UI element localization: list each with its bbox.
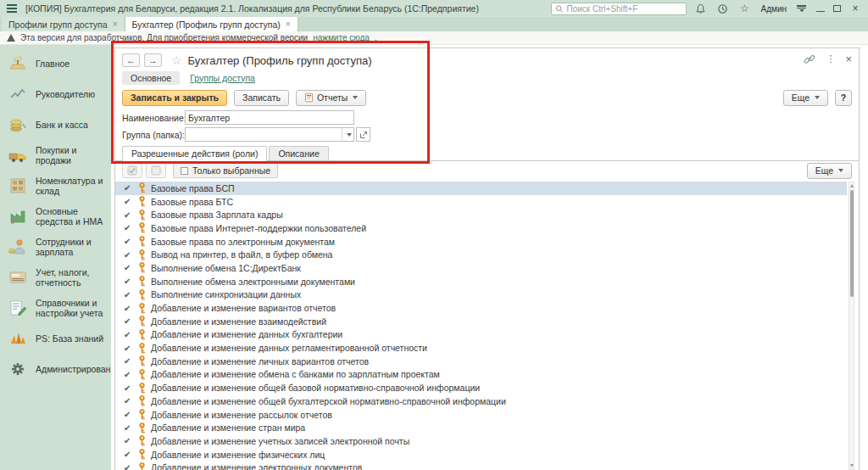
more-actions-kebab-icon[interactable]: ⋮ [826, 53, 835, 64]
role-row[interactable]: ✔ Добавление и изменение физических лиц [115, 448, 847, 462]
back-icon[interactable]: ← [122, 53, 140, 67]
key-icon [138, 383, 146, 394]
role-row[interactable]: ✔ Добавление и изменение взаимодействий [115, 315, 847, 328]
sidebar-item-rukovoditelyu[interactable]: Руководителю [0, 79, 111, 109]
scroll-up-icon[interactable] [850, 184, 854, 187]
key-icon [138, 236, 146, 247]
sidebar-item-osnovnye-sredstva[interactable]: Основные средства и НМА [0, 201, 111, 232]
history-icon[interactable] [715, 2, 731, 15]
favorites-star-icon[interactable]: ☆ [737, 2, 753, 15]
key-icon [138, 276, 146, 287]
role-row[interactable]: ✔ Добавление и изменение учетных записей… [115, 434, 847, 448]
save-and-close-button[interactable]: Записать и закрыть [122, 90, 227, 106]
sidebar-item-sotrudniki-zarplata[interactable]: Сотрудники и зарплата [0, 232, 111, 262]
role-row[interactable]: ✔ Базовые права БСП [115, 182, 847, 195]
role-row[interactable]: ✔ Добавление и изменение рассылок отчето… [115, 408, 847, 422]
name-input[interactable] [185, 110, 354, 125]
tab-gruppy-dostupa[interactable]: Группы доступа [190, 73, 255, 83]
check-icon: ✔ [124, 410, 133, 419]
sidebar-item-glavnoe[interactable]: Главное [0, 48, 111, 79]
role-label: Добавление и изменение общей бухгалтерск… [151, 396, 506, 406]
role-label: Базовые права Зарплата кадры [151, 210, 283, 220]
more-button[interactable]: Еще [783, 90, 828, 106]
sidebar-item-nomenklatura-sklad[interactable]: Номенклатура и склад [0, 171, 111, 201]
check-all-button[interactable] [122, 163, 142, 178]
tab-accountant-profile[interactable]: Бухгалтер (Профиль групп доступа) × [125, 17, 298, 31]
scroll-down-icon[interactable] [850, 464, 854, 467]
role-row[interactable]: ✔ Базовые права Интернет-поддержки польз… [115, 221, 847, 235]
search-input[interactable] [566, 4, 682, 14]
help-button[interactable]: ? [835, 90, 852, 106]
role-row[interactable]: ✔ Добавление и изменение вариантов отчет… [115, 301, 847, 315]
form-command-bar: Записать и закрыть Записать Отчеты Еще ? [115, 87, 859, 109]
get-link-icon[interactable] [804, 53, 815, 65]
check-icon: ✔ [124, 290, 133, 299]
trend-chart-icon [7, 85, 29, 104]
notifications-bell-icon[interactable] [693, 2, 709, 15]
minimize-button[interactable] [815, 3, 826, 14]
role-row[interactable]: ✔ Добавление и изменение общей бухгалтер… [115, 394, 847, 408]
role-row[interactable]: ✔ Базовые права Зарплата кадры [115, 208, 847, 221]
main-menu-icon[interactable] [5, 3, 19, 14]
key-icon [138, 329, 146, 340]
role-row[interactable]: ✔ Вывод на принтер, в файл, в буфер обме… [115, 248, 847, 261]
role-row[interactable]: ✔ Добавление и изменение электронных док… [115, 461, 847, 470]
open-list-icon[interactable] [356, 127, 370, 142]
role-row[interactable]: ✔ Добавление и изменение данных регламен… [115, 341, 847, 355]
check-icon: ✔ [124, 356, 133, 366]
open-windows-tabbar: Профили групп доступа × Бухгалтер (Профи… [0, 17, 868, 31]
role-label: Базовые права по электронным документам [151, 237, 335, 247]
forward-icon[interactable]: → [144, 53, 162, 67]
role-row[interactable]: ✔ Добавление и изменение обмена с банкам… [115, 368, 847, 382]
role-row[interactable]: ✔ Выполнение синхронизации данных [115, 288, 847, 302]
restore-button[interactable] [833, 5, 841, 12]
role-row[interactable]: ✔ Добавление и изменение данных бухгалте… [115, 328, 847, 342]
role-row[interactable]: ✔ Добавление и изменение общей базовой н… [115, 381, 847, 394]
sidebar-item-administrirovanie[interactable]: Администрирование [0, 354, 111, 384]
uncheck-all-button[interactable] [146, 163, 166, 178]
sidebar-item-label: PS: База знаний [36, 333, 103, 344]
key-icon [138, 369, 146, 380]
gear-icon [7, 360, 29, 378]
roles-scrollbar[interactable] [849, 182, 854, 470]
sidebar-item-pokupki-prodazhi[interactable]: Покупки и продажи [0, 140, 111, 171]
sidebar-item-label: Учет, налоги, отчетность [36, 267, 108, 288]
list-more-button[interactable]: Еще [807, 163, 852, 179]
role-row[interactable]: ✔ Добавление и изменение личных варианто… [115, 355, 847, 368]
tab-osnovnoe[interactable]: Основное [122, 71, 180, 85]
tab-description[interactable]: Описание [269, 146, 328, 160]
only-selected-toggle[interactable]: Только выбранные [173, 163, 278, 178]
tab-close-icon[interactable]: × [113, 20, 118, 29]
sidebar-item-label: Главное [36, 59, 70, 69]
role-label: Выполнение обмена 1С:ДиректБанк [151, 263, 301, 273]
sidebar-item-spravochniki[interactable]: Справочники и настройки учета [0, 293, 111, 323]
role-label: Выполнение обмена электронными документа… [151, 277, 355, 287]
sidebar-item-bank-kassa[interactable]: Банк и касса [0, 109, 111, 140]
purchase-link[interactable]: нажмите сюда [313, 33, 370, 42]
key-icon [138, 409, 146, 420]
search-icon [555, 4, 564, 14]
tab-access-group-profiles[interactable]: Профили групп доступа × [2, 17, 125, 31]
sidebar-item-uchet-nalogi[interactable]: Учет, налоги, отчетность [0, 262, 111, 293]
favorite-star-icon[interactable]: ☆ [171, 53, 182, 67]
save-button[interactable]: Записать [234, 90, 289, 106]
role-row[interactable]: ✔ Добавление и изменение стран мира [115, 421, 847, 434]
window-close-button[interactable]: × [848, 2, 863, 15]
service-menu-icon[interactable] [795, 3, 808, 14]
combo-dropdown-icon[interactable] [342, 128, 353, 141]
role-label: Добавление и изменение личных вариантов … [151, 356, 369, 366]
tab-allowed-actions[interactable]: Разрешенные действия (роли) [122, 146, 267, 161]
roles-toolbar: Только выбранные Еще [115, 160, 859, 180]
role-row[interactable]: ✔ Базовые права по электронным документа… [115, 235, 847, 249]
current-user-label[interactable]: Админ [760, 4, 789, 14]
reports-button[interactable]: Отчеты [296, 90, 366, 106]
role-row[interactable]: ✔ Выполнение обмена 1С:ДиректБанк [115, 261, 847, 275]
group-input[interactable] [186, 130, 342, 140]
role-row[interactable]: ✔ Выполнение обмена электронными докумен… [115, 275, 847, 288]
sidebar-item-ps-baza-znaniy[interactable]: PS: База знаний [0, 323, 111, 354]
role-row[interactable]: ✔ Базовые права БТС [115, 195, 847, 209]
scrollbar-thumb[interactable] [850, 190, 854, 297]
tab-close-icon[interactable]: × [286, 20, 291, 29]
form-close-icon[interactable]: × [845, 53, 852, 65]
global-search[interactable] [551, 3, 687, 15]
